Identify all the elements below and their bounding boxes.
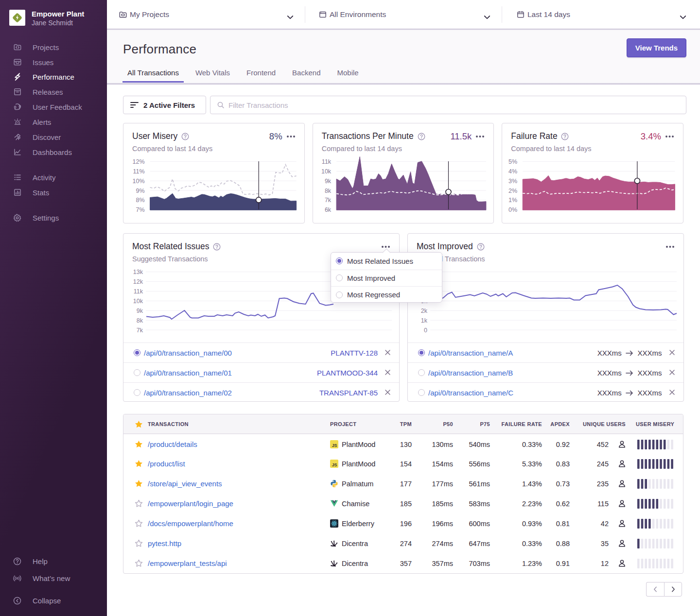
svg-text:8%: 8% [136,197,145,204]
svg-text:10k: 10k [133,298,143,305]
svg-text:10k: 10k [321,168,332,175]
svg-text:12%: 12% [133,158,145,165]
svg-text:11k: 11k [134,288,143,295]
svg-text:JS: JS [332,443,337,448]
svg-text:13k: 13k [133,269,143,275]
svg-text:9k: 9k [325,178,332,185]
svg-text:2k: 2k [421,308,428,314]
svg-text:1%: 1% [508,197,517,204]
svg-text:8k: 8k [325,188,332,194]
svg-text:0: 0 [424,327,427,334]
svg-text:3%: 3% [508,178,517,185]
svg-text:8k: 8k [137,317,143,324]
svg-text:7%: 7% [136,206,145,213]
svg-text:6k: 6k [325,206,332,213]
svg-text:11k: 11k [322,158,332,165]
svg-text:4%: 4% [508,168,517,175]
svg-text:11%: 11% [133,168,145,175]
svg-text:7k: 7k [137,327,143,334]
svg-text:7k: 7k [325,197,332,204]
svg-text:0%: 0% [508,206,517,213]
svg-text:2%: 2% [508,188,517,194]
svg-text:12k: 12k [133,278,143,285]
svg-text:5%: 5% [508,158,517,165]
svg-text:JS: JS [332,462,337,467]
svg-text:1k: 1k [421,317,428,324]
svg-text:9k: 9k [137,308,143,314]
svg-text:10%: 10% [133,178,145,185]
svg-text:9%: 9% [136,188,145,194]
